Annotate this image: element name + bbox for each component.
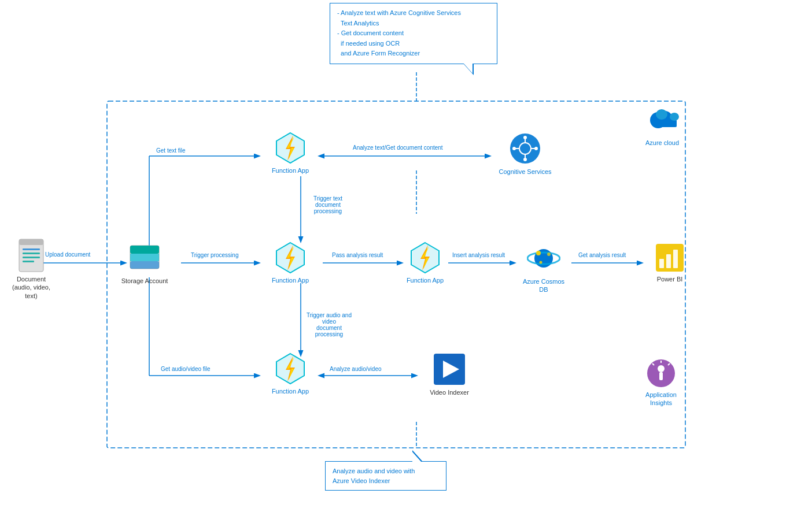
- svg-point-68: [547, 253, 551, 256]
- storage-label: Storage Account: [121, 277, 168, 285]
- video-indexer-label: Video Indexer: [430, 388, 469, 396]
- svg-point-21: [670, 113, 679, 121]
- cognitive-node: Cognitive Services: [496, 132, 554, 176]
- fn-middle-icon: [274, 242, 307, 274]
- label-upload: Upload document: [45, 251, 90, 258]
- svg-point-61: [523, 136, 527, 139]
- svg-point-24: [658, 365, 665, 372]
- app-insights-node: Application Insights: [635, 358, 687, 407]
- fn-middle-node: Function App: [267, 242, 313, 284]
- document-icon: [17, 238, 46, 273]
- fn-right-node: Function App: [402, 242, 448, 284]
- svg-rect-38: [130, 261, 159, 269]
- svg-rect-33: [23, 257, 40, 258]
- label-get-audio: Get audio/video file: [161, 366, 211, 372]
- svg-point-67: [536, 251, 541, 255]
- svg-rect-71: [659, 259, 664, 268]
- fn-bottom-node: Function App: [267, 352, 313, 395]
- fn-top-icon: [274, 132, 307, 164]
- label-insert-analysis: Insert analysis result: [452, 252, 505, 258]
- svg-point-62: [534, 147, 538, 150]
- document-label: Document(audio, video,text): [12, 275, 50, 300]
- svg-point-63: [523, 158, 527, 161]
- callout-bottom: Analyze audio and video withAzure Video …: [325, 461, 446, 491]
- azure-cloud-node: Azure cloud: [636, 103, 688, 147]
- powerbi-label: Power BI: [657, 275, 683, 283]
- fn-bottom-icon: [274, 352, 307, 385]
- svg-point-69: [540, 261, 542, 264]
- fn-top-label: Function App: [272, 166, 309, 175]
- video-indexer-icon: [433, 352, 466, 386]
- svg-rect-25: [659, 372, 663, 380]
- svg-rect-73: [673, 250, 678, 268]
- cosmos-node: Azure Cosmos DB: [518, 242, 570, 294]
- app-insights-label: Application Insights: [635, 391, 687, 407]
- powerbi-node: Power BI: [647, 243, 693, 283]
- storage-icon: [127, 240, 162, 274]
- svg-rect-20: [654, 120, 677, 127]
- svg-point-22: [656, 109, 667, 120]
- svg-rect-0: [107, 101, 685, 448]
- cognitive-icon: [508, 132, 542, 165]
- fn-right-icon: [409, 242, 441, 274]
- diagram: - Analyze text with Azure Cognitive Serv…: [0, 0, 812, 527]
- cosmos-icon: [527, 242, 560, 275]
- svg-rect-31: [23, 248, 40, 250]
- svg-rect-37: [130, 254, 159, 261]
- fn-right-label: Function App: [407, 276, 444, 284]
- callout-top-text: - Analyze text with Azure Cognitive Serv…: [337, 9, 461, 57]
- fn-bottom-label: Function App: [272, 387, 309, 395]
- svg-point-64: [512, 147, 516, 150]
- storage-node: Storage Account: [119, 240, 171, 285]
- label-analyze-audio: Analyze audio/video: [330, 366, 382, 372]
- app-insights-icon: [646, 358, 676, 388]
- label-trigger-processing: Trigger processing: [191, 252, 238, 258]
- azure-cloud-label: Azure cloud: [645, 139, 679, 147]
- powerbi-icon: [655, 243, 685, 273]
- callout-top: - Analyze text with Azure Cognitive Serv…: [330, 3, 497, 64]
- svg-rect-72: [666, 254, 671, 268]
- fn-middle-label: Function App: [272, 276, 309, 284]
- document-node: Document(audio, video,text): [8, 238, 54, 300]
- label-get-text: Get text file: [156, 147, 186, 154]
- fn-top-node: Function App: [267, 132, 313, 175]
- svg-rect-32: [23, 253, 40, 254]
- label-trigger-audio: Trigger audio and videodocument processi…: [303, 312, 355, 337]
- label-pass-analysis: Pass analysis result: [332, 252, 383, 258]
- label-get-analysis: Get analysis result: [578, 252, 626, 258]
- svg-rect-30: [19, 239, 43, 245]
- svg-rect-36: [130, 246, 159, 254]
- cognitive-label: Cognitive Services: [499, 168, 551, 176]
- callout-bottom-text: Analyze audio and video withAzure Video …: [333, 467, 415, 484]
- azure-cloud-icon: [645, 103, 679, 136]
- cosmos-label: Azure Cosmos DB: [518, 277, 570, 294]
- video-indexer-node: Video Indexer: [423, 352, 475, 396]
- label-trigger-text: Trigger text documentprocessing: [302, 195, 354, 214]
- svg-rect-34: [23, 261, 34, 262]
- label-analyze-text: Analyze text/Get document content: [353, 144, 443, 151]
